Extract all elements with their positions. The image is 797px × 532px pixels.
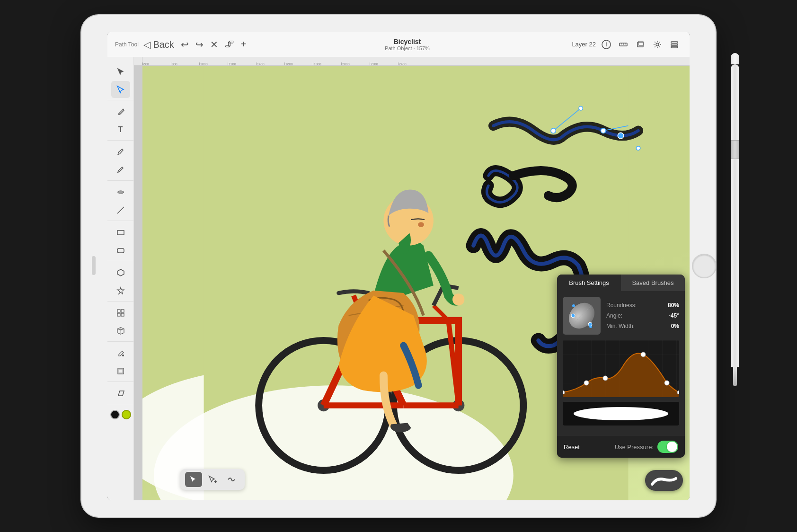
- polygon-tool-button[interactable]: [111, 264, 130, 281]
- svg-rect-11: [671, 46, 678, 48]
- ruler-tick-600: 600: [142, 62, 171, 66]
- lime-swatch[interactable]: [122, 410, 131, 419]
- crop-tool-button[interactable]: [111, 363, 130, 380]
- svg-point-55: [641, 352, 646, 357]
- ruler-icon-button[interactable]: [616, 37, 631, 52]
- ruler-tick-1400: 1400: [256, 62, 284, 66]
- rounded-rect-tool-button[interactable]: [111, 242, 130, 259]
- toggle-knob: [667, 442, 677, 452]
- svg-rect-17: [117, 248, 124, 253]
- brush-params: Roundness: 80% Angle: -45° Min. Width:: [606, 297, 679, 335]
- fill-tool-button[interactable]: [111, 345, 130, 362]
- brush-tool-active-button[interactable]: [645, 470, 683, 491]
- fill-tools-group: [107, 343, 133, 382]
- top-bar-title: Bicyclist Path Object · 157%: [385, 38, 430, 51]
- line-tool-button[interactable]: [111, 202, 130, 219]
- ruler-tick-1000: 1000: [199, 62, 228, 66]
- svg-point-47: [618, 133, 624, 139]
- brush-settings-tab[interactable]: Brush Settings: [557, 275, 621, 291]
- ruler-corner: [134, 57, 142, 65]
- polygon-tools-group: [107, 262, 133, 301]
- pencil-body: [731, 64, 739, 367]
- smooth-point-button[interactable]: [223, 472, 240, 487]
- draw-tools-group: T: [107, 101, 133, 141]
- ruler-tick-2400: 2400: [398, 62, 426, 66]
- pen-tool-button[interactable]: [111, 103, 130, 120]
- 3d-tool-button[interactable]: [111, 322, 130, 339]
- info-icon-button[interactable]: i: [599, 37, 614, 52]
- brush-settings-panel: Brush Settings Saved Brushes: [557, 275, 685, 458]
- canvas-illustration: Brush Settings Saved Brushes: [142, 66, 690, 500]
- brush-shape-preview[interactable]: [563, 297, 601, 335]
- layers-icon-button[interactable]: [633, 37, 648, 52]
- svg-text:i: i: [606, 41, 607, 48]
- delete-button[interactable]: ✕: [210, 39, 218, 50]
- curve-editor-svg: [563, 340, 679, 397]
- smudge-tool-button[interactable]: [111, 184, 130, 201]
- brush-panel-content: Roundness: 80% Angle: -45° Min. Width:: [557, 291, 685, 436]
- pencil-tip: [733, 367, 737, 386]
- svg-point-24: [122, 355, 124, 356]
- add-point-button[interactable]: [204, 472, 221, 487]
- svg-rect-10: [671, 44, 678, 45]
- svg-point-49: [571, 314, 575, 318]
- roundness-param: Roundness: 80%: [606, 302, 679, 309]
- curve-editor[interactable]: [563, 340, 679, 397]
- left-toolbar: T: [107, 57, 134, 500]
- top-toolbar-icons: i: [599, 37, 682, 52]
- brush-panel-tabs: Brush Settings Saved Brushes: [557, 275, 685, 291]
- use-pressure-toggle[interactable]: [657, 441, 678, 453]
- svg-point-12: [122, 109, 124, 110]
- svg-rect-16: [117, 231, 124, 235]
- settings-icon-button[interactable]: [650, 37, 665, 52]
- stack-icon-button[interactable]: [667, 37, 682, 52]
- ruler-tick-1600: 1600: [284, 62, 313, 66]
- transform-tools-group: [107, 383, 133, 404]
- svg-point-43: [579, 106, 583, 110]
- svg-point-60: [583, 409, 659, 418]
- path-select-button[interactable]: [185, 472, 202, 487]
- ipad-frame: Path Tool ◁ Back ↩ ↪ ✕ 🖇 + Bicyclist Pat…: [81, 15, 716, 517]
- svg-point-58: [563, 390, 565, 394]
- pencil-cap: [731, 53, 739, 64]
- rect-tool-button[interactable]: [111, 224, 130, 241]
- brush-tool-button[interactable]: [111, 143, 130, 160]
- ruler-tick-1200: 1200: [228, 62, 256, 66]
- grid-tools-group: [107, 302, 133, 342]
- top-bar-actions: Layer 22 i: [568, 37, 682, 52]
- back-button[interactable]: ◁ Back: [143, 39, 174, 50]
- tool-name-label: Path Tool: [115, 41, 139, 48]
- brush-icon: [650, 474, 678, 487]
- apple-pencil: [728, 53, 742, 375]
- canvas-area[interactable]: 600 800 1000 1200 1400 1600 1800 2000 22…: [134, 57, 690, 500]
- svg-marker-19: [117, 287, 124, 294]
- action-icons: ◁ Back ↩ ↪ ✕ 🖇 +: [143, 39, 247, 50]
- black-swatch[interactable]: [110, 410, 120, 419]
- attach-button[interactable]: 🖇: [225, 39, 234, 50]
- add-button[interactable]: +: [241, 39, 247, 50]
- grid-tool-button[interactable]: [111, 304, 130, 321]
- ruler-ticks: 600 800 1000 1200 1400 1600 1800 2000 22…: [142, 57, 690, 66]
- parallelogram-tool-button[interactable]: [111, 385, 130, 402]
- color-swatches: [110, 407, 131, 422]
- saved-brushes-tab[interactable]: Saved Brushes: [621, 275, 685, 291]
- direct-select-tool-button[interactable]: [111, 81, 130, 98]
- min-width-label: Min. Width:: [606, 323, 635, 329]
- svg-point-53: [584, 381, 589, 385]
- side-button[interactable]: [92, 256, 96, 275]
- svg-line-15: [117, 207, 124, 213]
- redo-button[interactable]: ↪: [195, 39, 204, 50]
- home-button[interactable]: [692, 254, 717, 278]
- top-bar-left: Path Tool ◁ Back ↩ ↪ ✕ 🖇 +: [115, 39, 247, 50]
- svg-point-57: [677, 390, 679, 394]
- reset-button[interactable]: Reset: [564, 443, 580, 451]
- star-tool-button[interactable]: [111, 282, 130, 299]
- text-tool-button[interactable]: T: [111, 121, 130, 138]
- undo-button[interactable]: ↩: [181, 39, 189, 50]
- svg-marker-18: [117, 269, 124, 276]
- use-pressure-row: Use Pressure:: [615, 441, 678, 453]
- select-tool-button[interactable]: [111, 63, 130, 80]
- ruler-tick-2200: 2200: [370, 62, 398, 66]
- svg-marker-27: [118, 391, 124, 396]
- pencil-tool-button[interactable]: [111, 161, 130, 178]
